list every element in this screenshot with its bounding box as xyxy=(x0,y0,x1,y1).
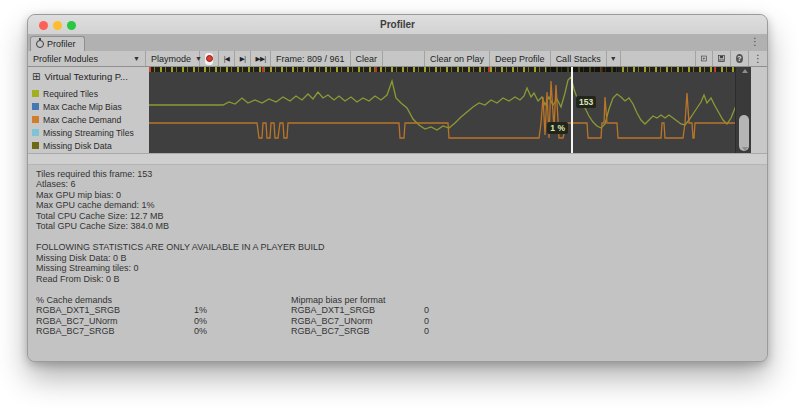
cache-demands-title: % Cache demands xyxy=(36,295,214,305)
current-frame-button[interactable]: ▶▶| xyxy=(251,51,271,66)
format-value: 0% xyxy=(194,326,214,336)
deep-profile-toggle[interactable]: Deep Profile xyxy=(490,51,551,66)
profiler-chart[interactable]: 153 1 % xyxy=(149,67,751,153)
titlebar: Profiler xyxy=(28,15,767,35)
legend-item[interactable]: Max Cache Mip Bias xyxy=(32,100,149,113)
legend-label: Required Tiles xyxy=(43,89,98,99)
load-profile-button[interactable] xyxy=(695,51,713,66)
toolbar-spacer xyxy=(383,51,425,66)
stat-line: Missing Streaming tiles: 0 xyxy=(36,263,767,273)
scroll-up-icon[interactable] xyxy=(742,69,748,73)
legend-item[interactable]: Missing Disk Data xyxy=(32,139,149,152)
format-value: 1% xyxy=(194,305,214,315)
selected-frame-marker[interactable] xyxy=(571,67,573,153)
frame-stats-block: Tiles required this frame: 153Atlases: 6… xyxy=(36,169,767,231)
previous-frame-button[interactable]: |◀ xyxy=(219,51,235,66)
clear-button[interactable]: Clear xyxy=(351,51,384,66)
legend-color-swatch xyxy=(32,142,39,149)
module-legend-panel: ⊞ Virtual Texturing P... Required TilesM… xyxy=(28,67,149,153)
mipmap-bias-table: Mipmap bias per format RGBA_DXT1_SRGB0RG… xyxy=(291,295,429,337)
format-name: RGBA_BC7_UNorm xyxy=(36,316,194,326)
tab-label: Profiler xyxy=(47,39,76,49)
legend-label: Missing Streaming Tiles xyxy=(43,128,134,138)
panel-splitter[interactable] xyxy=(28,153,767,165)
profiler-modules-dropdown[interactable]: Profiler Modules ▼ xyxy=(28,51,146,66)
chevron-down-icon: ▼ xyxy=(610,55,617,62)
playmode-dropdown[interactable]: Playmode ▼ xyxy=(146,51,200,66)
stat-line: Max GPU cache demand: 1% xyxy=(36,200,767,210)
grid-icon: ⊞ xyxy=(32,71,40,82)
legend-list: Required TilesMax Cache Mip BiasMax Cach… xyxy=(32,87,149,152)
format-value: 0% xyxy=(194,316,214,326)
window-menu-button[interactable]: ⋮ xyxy=(749,51,767,66)
legend-color-swatch xyxy=(32,90,39,97)
format-value: 0 xyxy=(409,305,429,315)
legend-item[interactable]: Missing Streaming Tiles xyxy=(32,126,149,139)
format-name: RGBA_BC7_SRGB xyxy=(36,326,194,336)
stat-line: Atlases: 6 xyxy=(36,179,767,189)
format-value: 0 xyxy=(409,326,429,336)
scroll-down-icon[interactable] xyxy=(742,147,748,151)
scrollbar-thumb[interactable] xyxy=(739,115,749,151)
selected-frame-percent-badge: 1 % xyxy=(547,122,568,134)
player-build-stats-block: FOLLOWING STATISTICS ARE ONLY AVAILABLE … xyxy=(36,242,767,284)
frame-counter: Frame: 809 / 961 xyxy=(271,51,351,66)
format-value: 0 xyxy=(409,316,429,326)
legend-color-swatch xyxy=(32,103,39,110)
legend-label: Max Cache Mip Bias xyxy=(43,102,122,112)
playmode-label: Playmode xyxy=(151,54,191,64)
chart-series-svg xyxy=(149,67,751,153)
mipmap-bias-title: Mipmap bias per format xyxy=(291,295,429,305)
stat-line: Missing Disk Data: 0 B xyxy=(36,253,767,263)
tab-profiler[interactable]: Profiler xyxy=(30,36,85,51)
details-panel: Tiles required this frame: 153Atlases: 6… xyxy=(28,165,767,362)
call-stacks-dropdown[interactable]: ▼ xyxy=(607,51,621,66)
series-required-tiles xyxy=(149,77,751,130)
next-frame-button[interactable]: ▶| xyxy=(235,51,251,66)
help-button[interactable]: ? xyxy=(731,51,749,66)
legend-label: Max Cache Demand xyxy=(43,115,121,125)
format-name: RGBA_BC7_SRGB xyxy=(291,326,409,336)
stat-line: Tiles required this frame: 153 xyxy=(36,169,767,179)
stat-line: Total GPU Cache Size: 384.0 MB xyxy=(36,221,767,231)
legend-color-swatch xyxy=(32,129,39,136)
legend-item[interactable]: Max Cache Demand xyxy=(32,113,149,126)
clear-on-play-toggle[interactable]: Clear on Play xyxy=(425,51,490,66)
legend-label: Missing Disk Data xyxy=(43,141,112,151)
table-row: RGBA_BC7_SRGB0 xyxy=(291,326,429,336)
stat-line: FOLLOWING STATISTICS ARE ONLY AVAILABLE … xyxy=(36,242,767,252)
table-row: RGBA_BC7_SRGB0% xyxy=(36,326,214,336)
save-icon xyxy=(718,53,725,64)
chart-vertical-scrollbar[interactable] xyxy=(735,67,751,153)
module-header[interactable]: ⊞ Virtual Texturing P... xyxy=(32,71,149,82)
tab-context-menu-icon[interactable]: ⋮ xyxy=(750,36,760,47)
profiler-modules-label: Profiler Modules xyxy=(33,54,98,64)
record-button[interactable] xyxy=(200,51,219,66)
format-name: RGBA_DXT1_SRGB xyxy=(291,305,409,315)
format-name: RGBA_DXT1_SRGB xyxy=(36,305,194,315)
table-row: RGBA_DXT1_SRGB1% xyxy=(36,305,214,315)
profiler-window: Profiler Profiler ⋮ Profiler Modules ▼ P… xyxy=(27,14,768,362)
save-profile-button[interactable] xyxy=(713,51,731,66)
table-row: RGBA_DXT1_SRGB0 xyxy=(291,305,429,315)
stat-line: Read From Disk: 0 B xyxy=(36,274,767,284)
window-title: Profiler xyxy=(28,15,767,35)
table-row: RGBA_BC7_UNorm0% xyxy=(36,316,214,326)
table-row: RGBA_BC7_UNorm0 xyxy=(291,316,429,326)
chevron-down-icon: ▼ xyxy=(133,55,140,62)
record-icon xyxy=(206,55,213,62)
format-name: RGBA_BC7_UNorm xyxy=(291,316,409,326)
profiler-stopwatch-icon xyxy=(36,40,44,48)
tab-bar: Profiler ⋮ xyxy=(28,35,767,51)
virtual-texturing-module: ⊞ Virtual Texturing P... Required TilesM… xyxy=(28,67,767,153)
series-max-cache-demand xyxy=(149,81,751,138)
module-title: Virtual Texturing P... xyxy=(44,71,127,82)
cache-demands-table: % Cache demands RGBA_DXT1_SRGB1%RGBA_BC7… xyxy=(36,295,214,337)
legend-item[interactable]: Required Tiles xyxy=(32,87,149,100)
legend-color-swatch xyxy=(32,116,39,123)
stat-line: Max GPU mip bias: 0 xyxy=(36,190,767,200)
toolbar: Profiler Modules ▼ Playmode ▼ |◀ ▶| ▶▶| … xyxy=(28,51,767,67)
selected-frame-tiles-badge: 153 xyxy=(576,96,596,108)
toolbar-flex-space xyxy=(621,51,695,66)
call-stacks-button[interactable]: Call Stacks xyxy=(551,51,607,66)
